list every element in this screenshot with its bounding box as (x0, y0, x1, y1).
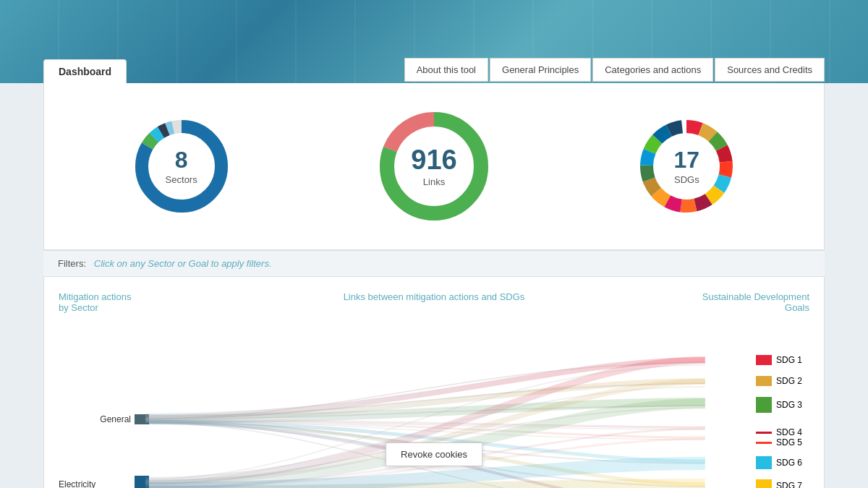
sdgs-center: 17 SDGs (674, 148, 700, 185)
links-center: 916 Links (411, 146, 456, 187)
sector-electricity-bar (135, 476, 149, 488)
revoke-cookies-button[interactable]: Revoke cookies (386, 442, 482, 466)
sdg-1-color (756, 355, 772, 365)
sdg-4-color (756, 432, 772, 434)
nav-bar: Dashboard About this tool General Princi… (0, 0, 868, 83)
sankey-header: Mitigation actions by Sector Links betwe… (59, 291, 809, 313)
sdg-4-label: SDG 4 (776, 427, 802, 437)
sankey-header-center: Links between mitigation actions and SDG… (174, 291, 694, 313)
sdg-3-item[interactable]: SDG 3 (756, 397, 802, 413)
sdg-3-color (756, 397, 772, 413)
dashboard-tab[interactable]: Dashboard (43, 59, 127, 83)
sectors-label: Sectors (166, 174, 197, 185)
sankey-right-line1: Sustainable Development (694, 291, 809, 302)
sdg-5-color (756, 442, 772, 444)
sdgs-donut: 17 SDGs (632, 112, 741, 221)
sdg-7-color (756, 479, 772, 488)
sdg-6-color (756, 456, 772, 469)
links-stat[interactable]: 916 Links (373, 105, 495, 228)
sectors-number: 8 (166, 148, 197, 171)
sdg-7-label: SDG 7 (776, 481, 802, 488)
sdg-1-item[interactable]: SDG 1 (756, 355, 802, 365)
sdgs-number: 17 (674, 148, 700, 171)
sdg-7-item[interactable]: SDG 7 (756, 479, 802, 488)
categories-button[interactable]: Categories and actions (592, 58, 713, 82)
main-content: 8 Sectors 916 (43, 83, 825, 250)
sources-button[interactable]: Sources and Credits (715, 58, 825, 82)
sankey-left-line2: by Sector (59, 302, 174, 313)
sector-electricity-label[interactable]: Electricityand heat (59, 479, 131, 488)
sdg-3-label: SDG 3 (776, 400, 802, 410)
sector-general-label[interactable]: General (59, 414, 131, 424)
sdg-5-item[interactable]: SDG 5 (756, 437, 802, 448)
sectors-center: 8 Sectors (166, 148, 197, 185)
sectors-donut: 8 Sectors (127, 112, 236, 221)
sankey-header-right: Sustainable Development Goals (694, 291, 809, 313)
filter-label: Filters: (58, 258, 86, 269)
sdg-5-label: SDG 5 (776, 437, 802, 448)
sdg-2-item[interactable]: SDG 2 (756, 376, 802, 386)
links-donut: 916 Links (373, 105, 495, 228)
sdg-4-item[interactable]: SDG 4 (756, 427, 802, 437)
links-number: 916 (411, 146, 456, 174)
sdg-2-color (756, 376, 772, 386)
sdg-6-item[interactable]: SDG 6 (756, 456, 802, 469)
filter-hint: Click on any Sector or Goal to apply fil… (94, 258, 272, 269)
sdg-6-label: SDG 6 (776, 458, 802, 468)
sankey-left-line1: Mitigation actions (59, 291, 174, 302)
sankey-right-line2: Goals (694, 302, 809, 313)
links-label: Links (411, 176, 456, 187)
filter-bar: Filters: Click on any Sector or Goal to … (43, 250, 825, 277)
sankey-header-left: Mitigation actions by Sector (59, 291, 174, 313)
principles-button[interactable]: General Principles (490, 58, 591, 82)
stats-row: 8 Sectors 916 (44, 83, 824, 249)
sectors-stat[interactable]: 8 Sectors (127, 112, 236, 221)
about-button[interactable]: About this tool (404, 58, 488, 82)
sdg-2-label: SDG 2 (776, 376, 802, 386)
nav-right: About this tool General Principles Categ… (404, 58, 825, 83)
sdgs-label: SDGs (674, 174, 700, 185)
sdg-1-label: SDG 1 (776, 355, 802, 365)
sdgs-stat[interactable]: 17 SDGs (632, 112, 741, 221)
sector-general-bar (135, 414, 149, 424)
